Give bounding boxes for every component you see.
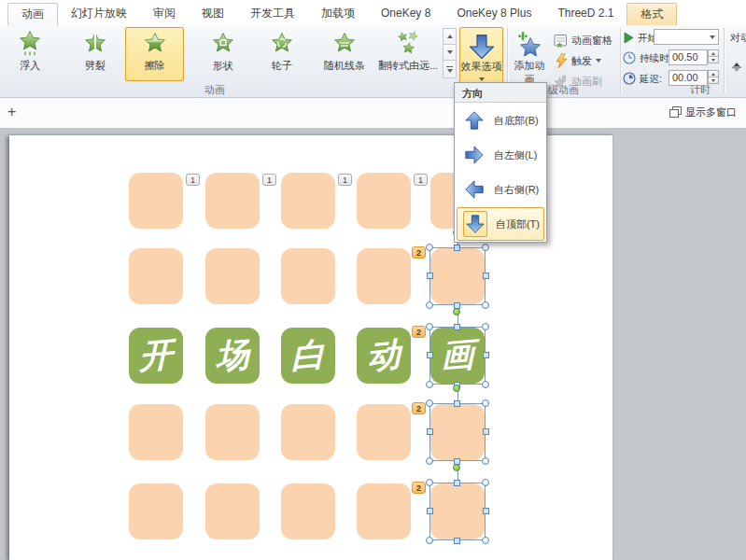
tab-review[interactable]: 审阅 [140, 3, 189, 25]
start-combobox[interactable] [654, 29, 719, 45]
animation-order-badge-selected[interactable]: 2 [412, 482, 426, 494]
duration-spinner[interactable] [708, 49, 719, 65]
menu-item-from-right[interactable]: 自右侧(R) [457, 173, 544, 206]
grid-square[interactable] [281, 404, 335, 460]
tab-view[interactable]: 视图 [189, 3, 237, 25]
selection-handle[interactable] [454, 245, 460, 251]
gallery-item-shape[interactable]: 形状 [195, 27, 251, 81]
grid-square[interactable] [281, 248, 335, 304]
selection-handle[interactable] [454, 324, 460, 330]
trigger-button[interactable]: 触发 [553, 51, 601, 70]
grid-square[interactable] [129, 173, 183, 229]
grid-square[interactable] [357, 173, 411, 229]
grid-square[interactable] [357, 483, 411, 539]
selection-handle[interactable] [426, 457, 433, 465]
grid-square[interactable] [281, 483, 335, 539]
animation-order-badge[interactable]: 1 [338, 174, 352, 186]
selection-handle[interactable] [426, 323, 433, 330]
menu-item-from-bottom[interactable]: 自底部(B) [457, 104, 544, 137]
selection-handle[interactable] [454, 480, 460, 486]
animation-order-badge[interactable]: 1 [186, 174, 200, 186]
selection-handle[interactable] [483, 508, 489, 514]
gallery-item-float-in[interactable]: 浮入 [2, 27, 58, 81]
selection-handle[interactable] [482, 399, 489, 407]
selection-handle[interactable] [482, 479, 489, 486]
tab-onekey8[interactable]: OneKey 8 [368, 3, 443, 25]
menu-item-from-top-selected[interactable]: 自顶部(T) [457, 207, 544, 241]
grid-square[interactable] [205, 404, 260, 460]
gallery-scroll-up-button[interactable] [443, 28, 457, 45]
selection-handle[interactable] [427, 508, 433, 514]
animation-order-badge-selected[interactable]: 2 [412, 246, 426, 259]
gallery-item-random-bars[interactable]: 随机线条 [314, 27, 375, 81]
grid-square-char[interactable]: 动 [357, 328, 411, 384]
selection-handle[interactable] [482, 457, 489, 465]
gallery-item-split[interactable]: 劈裂 [67, 27, 123, 81]
shape-selection-box[interactable] [429, 327, 486, 385]
tab-developer[interactable]: 开发工具 [237, 3, 308, 25]
grid-square[interactable] [205, 173, 260, 229]
grid-square[interactable] [281, 173, 335, 229]
menu-item-from-left[interactable]: 自左侧(L) [457, 138, 544, 172]
gallery-item-wheel[interactable]: 轮子 [254, 27, 310, 81]
move-later-button[interactable] [732, 72, 741, 83]
selection-handle[interactable] [482, 323, 489, 330]
reorder-label: 对动 [730, 31, 746, 45]
grid-square[interactable] [357, 248, 411, 304]
selection-handle[interactable] [426, 381, 433, 388]
rotation-handle[interactable] [453, 464, 460, 471]
animation-order-badge-selected[interactable]: 2 [412, 326, 426, 338]
move-earlier-button[interactable] [732, 51, 741, 63]
grid-square[interactable] [357, 404, 411, 460]
gallery-item-flip[interactable]: 翻转式由远... [377, 27, 439, 81]
selection-handle[interactable] [427, 428, 433, 435]
gallery-item-wipe[interactable]: 擦除 [125, 27, 184, 81]
selection-handle[interactable] [483, 428, 489, 435]
tab-onekey8plus[interactable]: OneKey 8 Plus [443, 3, 544, 25]
selection-handle[interactable] [482, 244, 489, 251]
selection-handle[interactable] [483, 352, 489, 358]
gallery-more-button[interactable] [443, 60, 457, 78]
selection-handle[interactable] [483, 273, 489, 279]
selection-handle[interactable] [426, 537, 433, 544]
animation-group-label: 动画 [168, 83, 261, 97]
grid-square-char[interactable]: 场 [205, 328, 260, 384]
grid-square[interactable] [129, 248, 183, 304]
calligraphy-char: 白 [291, 331, 326, 380]
tab-threed[interactable]: ThreeD 2.1 [544, 3, 626, 25]
selection-handle[interactable] [426, 479, 433, 486]
animation-pane-button[interactable]: 动画窗格 [553, 31, 612, 49]
grid-square[interactable] [205, 248, 260, 304]
selection-handle[interactable] [426, 301, 433, 309]
selection-handle[interactable] [427, 352, 433, 358]
grid-square[interactable] [205, 483, 260, 539]
selection-handle[interactable] [454, 538, 460, 544]
animation-order-badge[interactable]: 1 [262, 174, 276, 186]
shape-selection-box[interactable] [429, 247, 486, 305]
rotation-handle[interactable] [453, 308, 460, 315]
duration-input[interactable]: 00.50 [669, 49, 708, 65]
tab-addins[interactable]: 加载项 [308, 3, 368, 25]
selection-handle[interactable] [426, 244, 433, 251]
tab-slideshow[interactable]: 幻灯片放映 [58, 3, 140, 25]
grid-square[interactable] [129, 404, 183, 460]
show-multiple-windows-button[interactable]: 显示多窗口 [669, 105, 737, 119]
selection-handle[interactable] [454, 400, 460, 407]
rotation-handle[interactable] [453, 385, 460, 392]
selection-handle[interactable] [482, 537, 489, 544]
shape-selection-box[interactable] [429, 483, 486, 540]
shape-selection-box[interactable] [429, 403, 486, 461]
grid-square[interactable] [129, 483, 183, 539]
tab-format[interactable]: 格式 [626, 3, 677, 25]
animation-order-badge[interactable]: 1 [414, 174, 428, 186]
tab-animation[interactable]: 动画 [7, 3, 58, 25]
gallery-scroll-down-button[interactable] [443, 44, 457, 61]
selection-handle[interactable] [426, 399, 433, 407]
grid-square-char[interactable]: 开 [129, 328, 183, 384]
selection-handle[interactable] [482, 381, 489, 388]
new-slide-plus-button[interactable]: + [7, 104, 16, 120]
selection-handle[interactable] [427, 273, 433, 279]
selection-handle[interactable] [482, 301, 489, 309]
animation-order-badge-selected[interactable]: 2 [412, 402, 426, 414]
grid-square-char[interactable]: 白 [281, 328, 335, 384]
